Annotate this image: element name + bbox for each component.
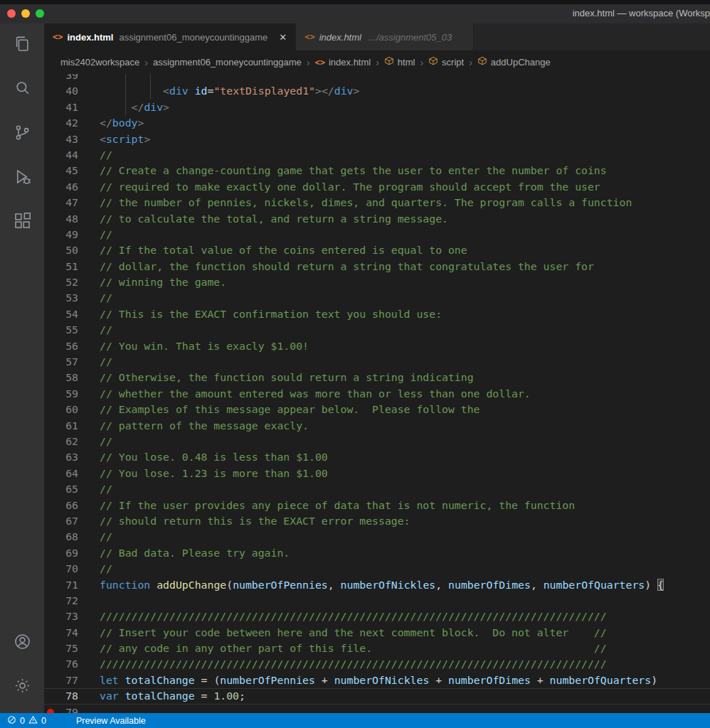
zoom-window-button[interactable] [36, 9, 44, 18]
window-controls [7, 9, 44, 18]
activity-bar-item-accounts[interactable] [0, 621, 44, 665]
breadcrumb-item-html[interactable]: html [384, 56, 415, 68]
symbol-cube-icon [428, 56, 438, 68]
extensions-icon [13, 211, 32, 233]
line-number: 40 [44, 83, 78, 99]
code-line[interactable]: 45// Create a change-counting game that … [44, 163, 710, 178]
activity-bar-item-explorer[interactable] [0, 23, 44, 68]
code-line[interactable]: 72 [44, 593, 710, 609]
close-window-button[interactable] [7, 9, 16, 18]
breakpoint-dot[interactable] [47, 709, 54, 713]
code-text: </div> [78, 100, 710, 115]
code-text: // Examples of this message appear below… [78, 402, 710, 417]
code-line[interactable]: 70// [44, 561, 710, 577]
vscode-window: index.html — workspace (Worksp [0, 0, 710, 728]
tab-index-html-assignment06[interactable]: <> index.html assignment06_moneycounting… [44, 23, 296, 50]
code-text: // [78, 147, 710, 163]
code-line[interactable]: 55// [44, 322, 710, 338]
code-text: <div id="textDisplayed1"></div> [78, 83, 710, 99]
code-line[interactable]: 71function addUpChange(numberOfPennies, … [44, 577, 710, 593]
code-line[interactable]: 54// This is the EXACT confirmation text… [44, 306, 710, 322]
code-line[interactable]: 61// pattern of the message exacly. [44, 418, 710, 434]
code-line[interactable]: 47// the number of pennies, nickels, dim… [44, 195, 710, 210]
code-line[interactable]: 46// required to make exactly one dollar… [44, 179, 710, 195]
minimize-window-button[interactable] [21, 9, 30, 18]
line-number: 46 [44, 179, 78, 195]
code-line[interactable]: 63// You lose. 0.48 is less than $1.00 [44, 449, 710, 465]
line-number: 66 [44, 498, 78, 513]
code-line[interactable]: 53// [44, 290, 710, 306]
preview-available-button[interactable]: Preview Available [76, 716, 146, 726]
code-line[interactable]: 67// should return this is the EXACT err… [44, 513, 710, 529]
line-number: 55 [44, 322, 78, 338]
code-line[interactable]: 56// You win. That is exacly $1.00! [44, 338, 710, 354]
code-text: // [78, 322, 710, 338]
breadcrumb-item-script[interactable]: script [428, 56, 464, 68]
code-line[interactable]: 75// any code in any other part of this … [44, 641, 710, 656]
code-editor[interactable]: 3940 <div id="textDisplayed1"></div>41 <… [44, 74, 710, 713]
code-text: // [78, 481, 710, 497]
code-line[interactable]: 66// If the user provides any piece of d… [44, 498, 710, 513]
code-line[interactable]: 68// [44, 529, 710, 545]
line-number: 63 [44, 449, 78, 465]
activity-bar-item-run-debug[interactable] [0, 156, 44, 200]
line-number: 50 [44, 242, 78, 258]
code-line[interactable]: 59// whether the amount entered was more… [44, 386, 710, 402]
breadcrumb-item-addupchange[interactable]: addUpChange [477, 56, 551, 68]
tab-description: assignment06_moneycountinggame [119, 32, 267, 43]
code-line[interactable]: 78var totalChange = 1.00; [44, 688, 710, 704]
code-line[interactable]: 62// [44, 434, 710, 449]
code-line[interactable]: 65// [44, 481, 710, 497]
code-line[interactable]: 76//////////////////////////////////////… [44, 656, 710, 672]
line-number: 51 [44, 259, 78, 274]
code-line[interactable]: 74// Insert your code between here and t… [44, 625, 710, 641]
code-line[interactable]: 77let totalChange = (numberOfPennies + n… [44, 673, 710, 688]
code-text: // This is the EXACT confirmation text y… [78, 306, 710, 322]
error-count: 0 [20, 716, 25, 726]
code-line[interactable]: 41 </div> [44, 100, 710, 115]
line-number: 39 [44, 74, 78, 83]
tab-index-html-assignment05[interactable]: <> index.html …/assignment05_03 [296, 23, 474, 50]
code-line[interactable]: 60// Examples of this message appear bel… [44, 402, 710, 417]
code-line[interactable]: 64// You lose. 1.23 is more than $1.00 [44, 466, 710, 481]
activity-bar [0, 23, 44, 713]
code-line[interactable]: 42</body> [44, 115, 710, 131]
code-text: function addUpChange(numberOfPennies, nu… [78, 577, 710, 593]
code-text: // should return this is the EXACT error… [78, 513, 710, 529]
code-line[interactable]: 57// [44, 354, 710, 370]
code-line[interactable]: 79 [44, 705, 710, 713]
activity-bar-item-settings[interactable] [0, 665, 44, 709]
code-line[interactable]: 43<script> [44, 132, 710, 147]
indent-guide [125, 74, 126, 83]
activity-bar-item-source-control[interactable] [0, 112, 44, 156]
code-text: // Create a change-counting game that ge… [78, 163, 710, 178]
breadcrumb-item-file[interactable]: <> index.html [314, 57, 371, 68]
code-line[interactable]: 69// Bad data. Please try again. [44, 545, 710, 561]
tab-filename: index.html [67, 32, 113, 43]
breadcrumb-item-workspace[interactable]: mis2402workspace [60, 57, 139, 68]
activity-bar-item-extensions[interactable] [0, 200, 44, 244]
code-text: // pattern of the message exacly. [78, 418, 710, 434]
code-line[interactable]: 51// dollar, the function should return … [44, 259, 710, 274]
code-line[interactable]: 48// to calculate the total, and return … [44, 211, 710, 227]
line-number: 56 [44, 338, 78, 354]
breadcrumb-label: index.html [329, 57, 371, 68]
code-line[interactable]: 52// winning the game. [44, 274, 710, 290]
code-line[interactable]: 73//////////////////////////////////////… [44, 609, 710, 624]
code-text: // If the user provides any piece of dat… [78, 498, 710, 513]
search-icon [13, 79, 32, 101]
code-text: var totalChange = 1.00; [78, 688, 710, 704]
code-line[interactable]: 44// [44, 147, 710, 163]
code-line[interactable]: 49// [44, 227, 710, 242]
problems-indicator[interactable]: 0 0 [7, 715, 46, 727]
tab-description: …/assignment05_03 [367, 32, 452, 43]
line-number: 58 [44, 370, 78, 385]
code-line[interactable]: 50// If the total value of the coins ent… [44, 242, 710, 258]
activity-bar-item-search[interactable] [0, 68, 44, 112]
code-line[interactable]: 40 <div id="textDisplayed1"></div> [44, 83, 710, 99]
breadcrumb-item-folder[interactable]: assignment06_moneycountinggame [153, 57, 302, 68]
code-line[interactable]: 58// Otherwise, the function sould retur… [44, 370, 710, 385]
code-line[interactable]: 39 [44, 74, 710, 83]
chevron-right-icon: › [420, 57, 423, 68]
close-tab-icon[interactable]: ✕ [279, 32, 287, 43]
